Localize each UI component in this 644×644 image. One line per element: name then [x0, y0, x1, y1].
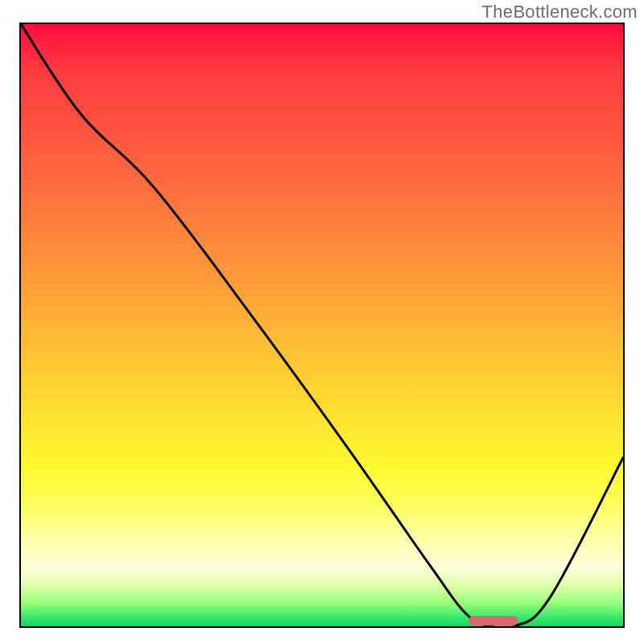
watermark-text: TheBottleneck.com [482, 2, 638, 23]
optimum-marker [469, 616, 517, 625]
plot-area [19, 23, 625, 628]
bottleneck-curve [21, 24, 623, 626]
chart-frame: TheBottleneck.com [0, 0, 644, 644]
